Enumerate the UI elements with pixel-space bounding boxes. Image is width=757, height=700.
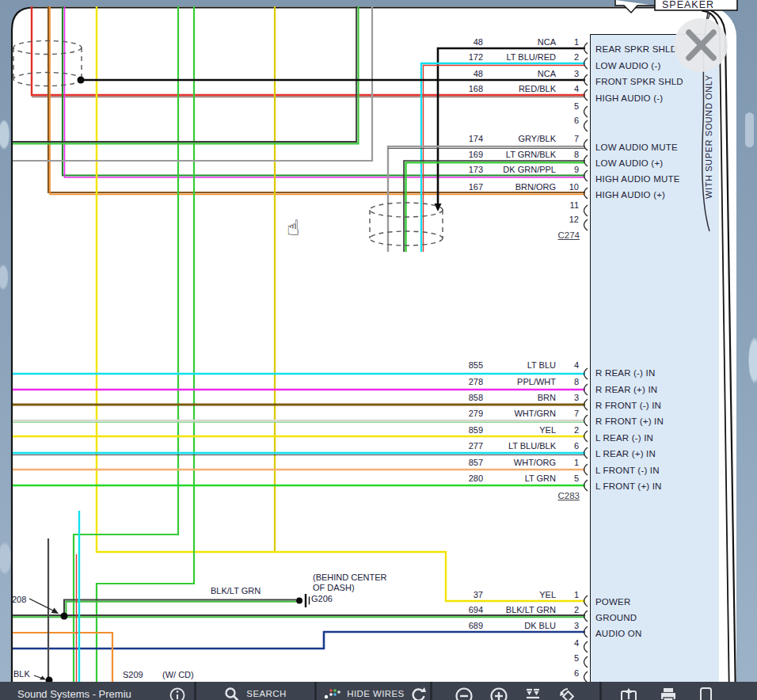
search-button[interactable]: SEARCH bbox=[196, 682, 317, 700]
wire-red-blk bbox=[32, 6, 585, 95]
export-icon[interactable] bbox=[619, 687, 638, 700]
pin-function: GROUND bbox=[595, 613, 637, 622]
pin-function: R FRONT (-) IN bbox=[595, 401, 661, 410]
splice-label-208: 208 bbox=[12, 595, 26, 605]
wire-color: GRY/BLK bbox=[483, 134, 556, 144]
wire-number: 37 bbox=[437, 590, 483, 600]
wire-color: RED/BLK bbox=[483, 84, 556, 94]
variant-note: WITH SUPER SOUND ONLY bbox=[704, 65, 720, 209]
hide-wires-label: HIDE WIRES bbox=[347, 687, 404, 698]
pin-function: L FRONT (-) IN bbox=[595, 466, 660, 475]
mobile-page-icon[interactable] bbox=[698, 687, 714, 700]
pin-number: 1 bbox=[560, 37, 579, 48]
pin-number: 12 bbox=[560, 215, 579, 225]
pin-number: 7 bbox=[560, 409, 579, 419]
wire-color: PPL/WHT bbox=[483, 377, 556, 387]
wire-color: BRN bbox=[483, 393, 556, 403]
pin-function: R REAR (+) IN bbox=[595, 385, 657, 394]
ground-dot bbox=[296, 598, 302, 604]
fit-to-screen-icon[interactable] bbox=[523, 687, 542, 700]
wire-number: 277 bbox=[437, 441, 483, 451]
pin-number: 9 bbox=[560, 165, 579, 175]
close-button[interactable] bbox=[674, 18, 728, 72]
variant-label-wcd: (W/ CD) bbox=[162, 670, 194, 680]
wire-number: 48 bbox=[437, 37, 483, 48]
pin-function: LOW AUDIO MUTE bbox=[595, 143, 678, 152]
pin-number: 6 bbox=[560, 441, 579, 451]
pin-function: L REAR (-) IN bbox=[595, 433, 653, 443]
pin-function: L REAR (+) IN bbox=[595, 449, 656, 458]
pin-number: 4 bbox=[560, 638, 579, 649]
zoom-out-icon[interactable] bbox=[455, 687, 474, 700]
wire-color: BRN/ORG bbox=[483, 182, 556, 192]
diagram-title: Sound Systems - Premiu bbox=[17, 687, 131, 700]
wire-color: LT BLU/RED bbox=[483, 52, 556, 63]
wire-number: 172 bbox=[437, 52, 483, 63]
splice-label-s209: S209 bbox=[123, 670, 143, 680]
wire-color: LT BLU bbox=[483, 360, 556, 371]
s209-arrow bbox=[34, 675, 42, 679]
wiring-diagram-canvas bbox=[0, 0, 757, 700]
location-note-line2: OF DASH) bbox=[313, 583, 355, 593]
info-icon[interactable] bbox=[169, 687, 186, 700]
pin-number: 3 bbox=[560, 69, 579, 79]
pin-function: R FRONT (+) IN bbox=[595, 417, 664, 426]
pin-function: REAR SPKR SHLD bbox=[595, 44, 677, 54]
pin-function: L FRONT (+) IN bbox=[595, 481, 662, 491]
print-icon[interactable] bbox=[659, 687, 678, 700]
rotate-icon[interactable] bbox=[558, 687, 577, 700]
wire-name-label: BLK/LT GRN bbox=[211, 586, 261, 596]
pin-number: 11 bbox=[560, 200, 579, 211]
splice-208-dot bbox=[61, 613, 68, 620]
pin-number: 5 bbox=[560, 101, 579, 112]
connector-pin-hooks bbox=[584, 43, 588, 683]
wire-number: 48 bbox=[437, 69, 483, 79]
hide-wires-icon bbox=[323, 687, 342, 700]
pin-number: 1 bbox=[560, 458, 579, 468]
wire-number: 173 bbox=[437, 165, 483, 175]
wire-color: NCA bbox=[483, 69, 556, 79]
pin-number: 3 bbox=[560, 393, 579, 403]
wire-number: 279 bbox=[437, 409, 483, 419]
wire-name-blk: BLK bbox=[13, 669, 30, 679]
wiring-diagram-viewer: SPEAKER WITH SUPER SOUND ONLY 48 NCA 1 1… bbox=[0, 0, 757, 700]
pin-function: AUDIO ON bbox=[595, 629, 641, 638]
pin-number: 6 bbox=[560, 116, 579, 126]
wire-color: WHT/GRN bbox=[483, 409, 556, 419]
connector-link-c274[interactable]: C274 bbox=[548, 230, 580, 241]
wire-number: 855 bbox=[437, 360, 483, 371]
wire-color: LT GRN/BLK bbox=[483, 150, 556, 160]
pin-number: 3 bbox=[560, 621, 579, 631]
pin-number: 6 bbox=[560, 668, 579, 679]
toolbar-zoom-segment bbox=[432, 682, 602, 700]
pin-function: R REAR (-) IN bbox=[595, 368, 655, 378]
wire-number: 167 bbox=[437, 182, 483, 192]
pin-number: 2 bbox=[560, 605, 579, 615]
wire-number: 689 bbox=[437, 621, 483, 631]
pin-number: 4 bbox=[560, 84, 579, 94]
pin-number: 8 bbox=[560, 150, 579, 160]
wire-gray-up bbox=[13, 6, 372, 161]
toolbar-output-segment bbox=[602, 682, 757, 700]
zoom-in-icon[interactable] bbox=[489, 687, 508, 700]
wire-color: WHT/ORG bbox=[483, 458, 556, 468]
refresh-icon[interactable] bbox=[409, 687, 427, 700]
pin-function: POWER bbox=[595, 597, 630, 607]
wire-number: 169 bbox=[437, 150, 483, 160]
wire-number: 278 bbox=[437, 377, 483, 387]
connector-link-c283[interactable]: C283 bbox=[548, 491, 580, 501]
wire-color: YEL bbox=[483, 425, 556, 436]
wire-color: NCA bbox=[483, 37, 556, 48]
pin-function: LOW AUDIO (-) bbox=[595, 61, 660, 70]
pin-function: HIGH AUDIO (-) bbox=[595, 93, 663, 103]
wire-color: LT BLU/BLK bbox=[483, 441, 556, 451]
splice-208-arrow bbox=[29, 599, 53, 611]
pin-number: 2 bbox=[560, 425, 579, 436]
wire-number: 859 bbox=[437, 425, 483, 436]
pin-number: 8 bbox=[560, 377, 579, 387]
pin-function: HIGH AUDIO MUTE bbox=[595, 174, 680, 184]
hide-wires-button[interactable]: HIDE WIRES bbox=[317, 682, 432, 700]
speaker-callout-label: SPEAKER bbox=[662, 0, 714, 10]
wire-number: 858 bbox=[437, 393, 483, 403]
pin-function: LOW AUDIO (+) bbox=[595, 158, 663, 168]
